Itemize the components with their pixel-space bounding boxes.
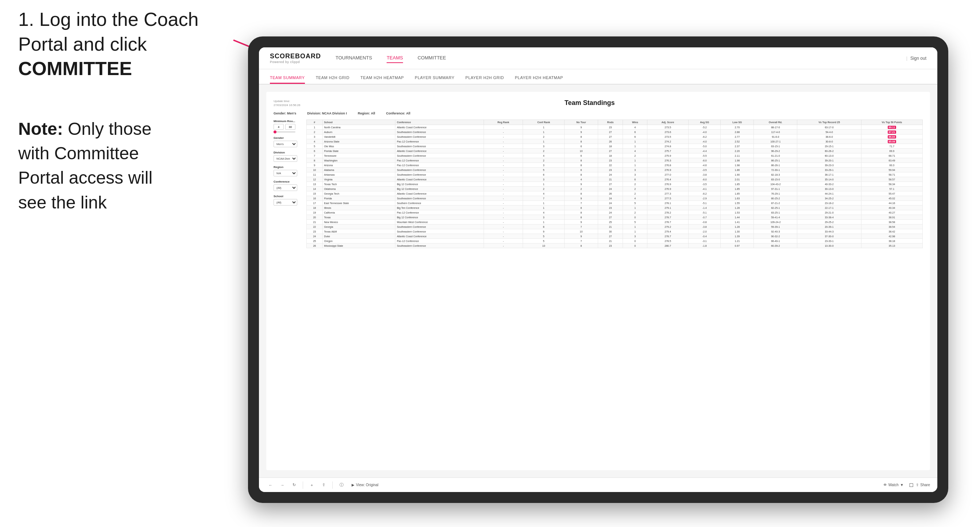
table-cell: 280.7 [648, 243, 689, 248]
table-cell: 24 [598, 196, 623, 201]
table-row: 13Texas TechBig 12 Conference-19272276.9… [307, 182, 923, 187]
table-cell: 6 [623, 177, 648, 182]
toolbar-back-btn[interactable]: ← [266, 481, 275, 489]
gender-value: Men's [287, 111, 296, 115]
table-cell: 279.1 [648, 206, 689, 210]
table-cell: 4 [523, 210, 565, 215]
filter-group-school: School (All) [274, 195, 303, 206]
table-cell: 57.1 [861, 187, 923, 191]
table-cell: 16 [307, 196, 323, 201]
table-cell: 1 [623, 229, 648, 234]
table-cell: Texas Tech [322, 182, 395, 187]
table-row: 1North CarolinaAtlantic Coast Conference… [307, 125, 923, 130]
region-select[interactable]: N/A [274, 170, 297, 176]
table-cell: 1.85 [721, 191, 754, 196]
table-cell: - [484, 163, 523, 168]
sub-nav-player-h2h-heatmap[interactable]: PLAYER H2H HEATMAP [515, 75, 563, 84]
table-cell: 39-20-1 [797, 158, 861, 163]
table-cell: 4 [623, 149, 648, 154]
division-select[interactable]: NCAA Division I [274, 155, 297, 162]
toolbar-share-small-btn[interactable]: ⇧ [319, 481, 328, 489]
gender-select[interactable]: Men's [274, 141, 297, 147]
sub-nav-team-h2h-heatmap[interactable]: TEAM H2H HEATMAP [360, 75, 404, 84]
table-row: 7TennesseeSoutheastern Conference-461822… [307, 154, 923, 158]
table-cell: 2.70 [721, 125, 754, 130]
table-cell: Southeastern Conference [395, 224, 484, 229]
table-cell: -3.8 [689, 224, 721, 229]
table-cell: Arizona State [322, 139, 395, 144]
table-cell: 1 [523, 130, 565, 135]
table-cell: 7 [523, 196, 565, 201]
table-cell: 88-17-0 [754, 125, 797, 130]
slider-bar[interactable] [274, 131, 296, 133]
nav-tournaments[interactable]: TOURNAMENTS [336, 53, 372, 63]
table-cell: - [484, 224, 523, 229]
toolbar-refresh-btn[interactable]: ↻ [290, 481, 298, 489]
sub-nav-team-h2h-grid[interactable]: TEAM H2H GRID [316, 75, 350, 84]
table-cell: 8 [565, 135, 598, 139]
table-cell: 1 [623, 139, 648, 144]
table-cell: -3.1 [689, 239, 721, 243]
view-original-btn[interactable]: ▶ View: Original [349, 481, 382, 488]
panel-header: Update time: 27/03/2024 16:56:26 Team St… [274, 99, 923, 107]
table-cell: -1.4 [689, 206, 721, 210]
filter-group-gender: Gender Men's [274, 136, 303, 147]
table-cell: 3 [623, 168, 648, 172]
table-cell: 22 [598, 163, 623, 168]
table-cell: - [484, 187, 523, 191]
table-cell: -5.1 [689, 201, 721, 206]
division-filter-label: Division [274, 151, 303, 154]
round-to-input[interactable] [285, 124, 296, 130]
watch-btn[interactable]: 👁 Watch ▼ [883, 483, 904, 487]
table-cell: 23 [598, 125, 623, 130]
table-cell: 34-25-2 [797, 196, 861, 201]
nav-committee[interactable]: COMMITTEE [418, 53, 446, 63]
round-from-input[interactable] [274, 124, 284, 130]
table-cell: 24 [307, 234, 323, 239]
sub-nav-player-h2h-grid[interactable]: PLAYER H2H GRID [465, 75, 504, 84]
table-cell: 0 [623, 215, 648, 220]
table-cell: 3 [523, 163, 565, 168]
nav-teams[interactable]: TEAMS [387, 53, 403, 63]
table-cell: 6 [623, 135, 648, 139]
share-btn[interactable]: ⇧ Share [916, 483, 930, 487]
sub-nav-team-summary[interactable]: TEAM SUMMARY [270, 75, 305, 84]
table-cell: 1.41 [721, 220, 754, 224]
table-cell: East Tennessee State [322, 201, 395, 206]
table-cell: Atlantic Coast Conference [395, 149, 484, 154]
table-row: 19CaliforniaPac-12 Conference-48242278.2… [307, 210, 923, 215]
division-label: Division: [307, 111, 321, 115]
table-cell: 3 [523, 177, 565, 182]
update-time-value: 27/03/2024 16:56:26 [274, 103, 300, 107]
table-row: 3VanderbiltSoutheastern Conference-28276… [307, 135, 923, 139]
table-cell: 92-40-3 [754, 229, 797, 234]
app-header: SCOREBOARD Powered by clippd TOURNAMENTS… [259, 48, 937, 69]
sign-out-btn[interactable]: Sign out [910, 56, 926, 61]
table-cell: 42.98 [861, 234, 923, 239]
table-cell: 21 [598, 224, 623, 229]
round-inputs [274, 124, 303, 130]
table-cell: -3.5 [689, 182, 721, 187]
col-overall: Vs Top Record 25 [797, 120, 861, 125]
sub-nav-player-summary[interactable]: PLAYER SUMMARY [415, 75, 455, 84]
table-cell: Southern Conference [395, 201, 484, 206]
table-cell: 30-8-0 [797, 139, 861, 144]
toolbar-info-btn[interactable]: ⓘ [337, 481, 346, 489]
table-cell: 76-29-1 [754, 191, 797, 196]
school-select[interactable]: (All) [274, 199, 297, 206]
toolbar-action-btn[interactable]: □ [910, 482, 913, 488]
table-cell: 2 [623, 187, 648, 191]
toolbar-forward-btn[interactable]: → [278, 481, 287, 489]
table-cell: 276.3 [648, 158, 689, 163]
table-cell: 87.21 [861, 130, 923, 135]
conference-select[interactable]: (All) [274, 184, 297, 191]
table-cell: 3 [523, 144, 565, 149]
table-cell: 13 [307, 182, 323, 187]
sign-out-separator: | [906, 56, 907, 61]
table-cell: Arizona [322, 163, 395, 168]
table-cell: 0 [623, 243, 648, 248]
table-cell: 3 [523, 215, 565, 220]
table-cell: 1 [523, 201, 565, 206]
table-cell: 33-44-3 [797, 229, 861, 234]
toolbar-add-btn[interactable]: + [307, 481, 316, 489]
